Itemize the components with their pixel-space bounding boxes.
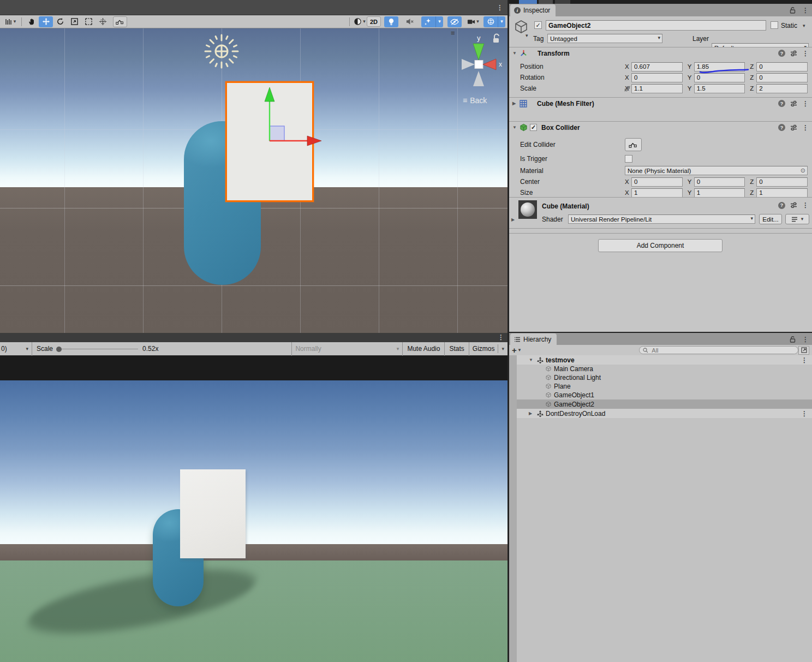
presets-icon[interactable] — [790, 50, 797, 57]
component-menu-icon[interactable]: ⋮ — [802, 50, 809, 57]
shader-dropdown[interactable]: Universal Render Pipeline/Lit▾ — [568, 214, 755, 224]
center-x-field[interactable] — [631, 177, 683, 187]
transform-tool-button[interactable] — [95, 16, 110, 27]
scene-visibility-toggle[interactable] — [447, 16, 462, 27]
hierarchy-picker-button[interactable] — [798, 346, 809, 355]
object-picker-icon[interactable]: ⊙ — [801, 167, 805, 174]
directional-light-gizmo-icon[interactable] — [201, 31, 242, 72]
size-x-field[interactable] — [631, 188, 683, 198]
gizmo-x-cone[interactable] — [483, 59, 496, 70]
scale-tool-button[interactable] — [67, 16, 81, 27]
help-icon[interactable]: ? — [778, 202, 785, 209]
scale-y-field[interactable] — [694, 84, 745, 93]
is-trigger-checkbox[interactable] — [625, 155, 632, 163]
scene-row-menu-icon[interactable]: ⋮ — [801, 357, 808, 363]
scene-lighting-toggle[interactable] — [384, 16, 398, 27]
game-gizmos-dropdown[interactable]: Gizmos ▾ — [469, 344, 507, 353]
shader-edit-button[interactable]: Edit... — [759, 214, 782, 224]
gameobject-active-checkbox[interactable]: ✓ — [534, 21, 542, 29]
scene-viewport[interactable]: ≡ y x ≡Back — [0, 28, 507, 333]
position-y-field[interactable] — [694, 62, 745, 71]
presets-icon[interactable] — [790, 100, 797, 107]
tab-inspector[interactable]: i Inspector — [510, 4, 556, 16]
gizmo-view-label[interactable]: ≡Back — [463, 96, 487, 105]
static-checkbox[interactable] — [771, 21, 778, 29]
hierarchy-row[interactable]: Directional Light — [517, 373, 812, 382]
hierarchy-search-input[interactable] — [650, 347, 795, 354]
scene-row-menu-icon[interactable]: ⋮ — [801, 410, 808, 417]
gameobject-icon-caret[interactable]: ▾ — [526, 33, 528, 38]
scene-camera-settings-button[interactable]: ▾ — [466, 16, 480, 27]
hierarchy-row[interactable]: Main Camera — [517, 365, 812, 373]
center-y-field[interactable] — [694, 177, 745, 187]
static-dropdown-caret[interactable]: ▾ — [803, 23, 805, 28]
game-scale-slider[interactable] — [56, 342, 138, 356]
foldout-open-icon[interactable]: ▼ — [512, 125, 518, 130]
help-icon[interactable]: ? — [778, 100, 785, 107]
scale-z-field[interactable] — [756, 84, 808, 93]
scene-audio-toggle[interactable] — [403, 16, 417, 27]
shading-mode-button[interactable]: ▾ — [353, 16, 367, 27]
orientation-gizmo[interactable]: y x ≡Back — [455, 32, 507, 119]
material-list-button[interactable]: ▾ — [785, 214, 809, 224]
scene-tab-menu-icon[interactable]: ⋮ — [497, 4, 503, 11]
foldout-open-icon[interactable]: ▼ — [512, 51, 518, 56]
lock-icon[interactable] — [790, 336, 796, 343]
gameobject-name-field[interactable] — [546, 20, 766, 31]
rect-tool-button[interactable] — [81, 16, 95, 27]
component-menu-icon[interactable]: ⋮ — [802, 100, 809, 107]
move-tool-button[interactable] — [39, 16, 53, 27]
overlay-handle-icon[interactable]: ≡ — [451, 29, 455, 37]
center-z-field[interactable] — [756, 177, 808, 187]
move-gizmo-plane-handle[interactable] — [270, 126, 284, 141]
position-z-field[interactable] — [756, 62, 808, 71]
game-playmode-dropdown[interactable]: Normally ▾ — [292, 342, 402, 355]
foldout-closed-icon[interactable]: ▶ — [512, 101, 518, 106]
physic-material-object-field[interactable]: None (Physic Material) ⊙ — [625, 166, 808, 175]
hierarchy-row[interactable]: Plane — [517, 382, 812, 391]
transform-header[interactable]: ▼ Transform ? ⋮ — [509, 47, 812, 59]
gizmo-center-cube[interactable] — [475, 61, 483, 69]
help-icon[interactable]: ? — [778, 50, 785, 57]
move-gizmo[interactable] — [248, 83, 327, 151]
size-y-field[interactable] — [694, 188, 745, 198]
hierarchy-row-dontdestroy[interactable]: ▶ DontDestroyOnLoad ⋮ — [517, 409, 812, 418]
component-menu-icon[interactable]: ⋮ — [802, 202, 809, 208]
gizmo-lock-icon[interactable] — [493, 34, 499, 43]
mesh-filter-header[interactable]: ▶ Cube (Mesh Filter) ? ⋮ — [509, 97, 812, 109]
lock-icon[interactable] — [790, 7, 796, 14]
foldout-open-icon[interactable]: ▼ — [529, 357, 535, 362]
stats-button[interactable]: Stats — [445, 345, 468, 353]
scale-x-field[interactable] — [631, 84, 683, 93]
create-object-button[interactable]: + ▾ — [512, 346, 521, 354]
scene-effects-dropdown[interactable]: ▾ — [435, 16, 443, 27]
gizmo-bottom-cone[interactable] — [473, 71, 484, 86]
hierarchy-menu-icon[interactable]: ⋮ — [802, 336, 809, 343]
size-z-field[interactable] — [756, 188, 808, 198]
scene-gizmos-toggle[interactable] — [483, 16, 498, 27]
slider-knob[interactable] — [56, 347, 62, 352]
mute-audio-button[interactable]: Mute Audio — [403, 345, 444, 353]
hierarchy-row-scene[interactable]: ▼ testmove ⋮ — [517, 355, 812, 365]
rotation-y-field[interactable] — [694, 73, 745, 82]
game-viewport[interactable] — [0, 380, 507, 662]
scene-gizmos-dropdown[interactable]: ▾ — [498, 16, 505, 27]
box-collider-enabled-checkbox[interactable]: ✓ — [530, 124, 537, 131]
2d-toggle-button[interactable]: 2D — [367, 16, 381, 27]
foldout-closed-icon[interactable]: ▶ — [529, 411, 535, 416]
component-menu-icon[interactable]: ⋮ — [802, 124, 809, 131]
game-display-dropdown[interactable]: 0) ▾ — [0, 342, 32, 355]
tab-hierarchy[interactable]: Hierarchy — [510, 333, 557, 345]
add-component-button[interactable]: Add Component — [598, 239, 723, 252]
game-tab-menu-icon[interactable]: ⋮ — [498, 334, 504, 341]
material-foldout-icon[interactable]: ▶ — [511, 217, 517, 222]
rotate-tool-button[interactable] — [53, 16, 67, 27]
box-collider-header[interactable]: ▼ ✓ Box Collider ? ⋮ — [509, 121, 812, 133]
edit-collider-button[interactable] — [625, 138, 642, 151]
presets-icon[interactable] — [790, 202, 797, 208]
hierarchy-row-selected[interactable]: GameObject2 — [517, 399, 812, 409]
inspector-menu-icon[interactable]: ⋮ — [802, 7, 809, 14]
hierarchy-search-field[interactable] — [639, 346, 798, 354]
hierarchy-row[interactable]: GameObject1 — [517, 391, 812, 399]
position-x-field[interactable] — [631, 62, 683, 71]
